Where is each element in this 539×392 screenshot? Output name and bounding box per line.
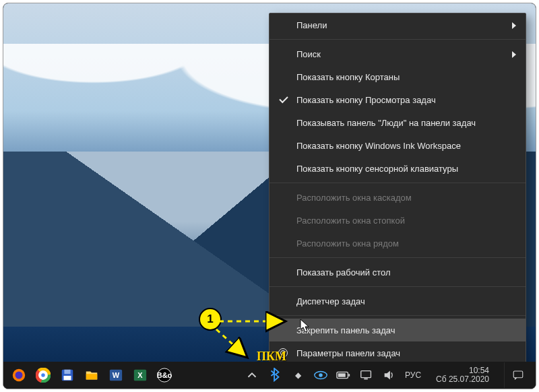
word-icon[interactable]: W [108, 368, 123, 383]
network-icon[interactable] [359, 368, 374, 383]
svg-point-3 [15, 372, 23, 379]
bang-olufsen-icon[interactable]: B&o [157, 368, 172, 383]
svg-rect-21 [361, 371, 371, 378]
menu-item-label: Показывать панель "Люди" на панели задач [296, 118, 476, 128]
menu-separator [270, 286, 526, 287]
svg-rect-10 [64, 370, 70, 374]
menu-item-label: Показать кнопку Просмотра задач [296, 95, 436, 105]
svg-point-17 [319, 373, 323, 377]
excel-icon[interactable]: X [133, 368, 148, 383]
menu-separator [270, 257, 526, 258]
svg-rect-20 [338, 373, 346, 377]
save-disk-icon[interactable] [60, 368, 75, 383]
svg-rect-12 [86, 374, 98, 379]
menu-item-label: Закрепить панель задач [296, 325, 395, 335]
menu-item-label: Поиск [296, 49, 321, 59]
taskbar-icon-letter: B&o [157, 371, 172, 379]
annotation-arrow-right [219, 317, 293, 326]
battery-icon[interactable] [336, 368, 351, 383]
svg-point-8 [40, 372, 45, 377]
app-tray-icon[interactable]: ◆ [290, 368, 305, 383]
menu-item[interactable]: Показывать панель "Люди" на панели задач [270, 111, 526, 134]
menu-item-label: Расположить окна рядом [296, 238, 399, 249]
menu-item[interactable]: Показать кнопку Просмотра задач [270, 88, 526, 111]
menu-item[interactable]: Панели [270, 13, 526, 36]
taskbar-context-menu: ПанелиПоискПоказать кнопку КортаныПоказа… [269, 13, 526, 365]
svg-rect-11 [64, 376, 71, 380]
menu-separator [270, 315, 526, 316]
menu-separator [270, 39, 526, 40]
menu-item-label: Показать рабочий стол [296, 267, 390, 277]
menu-item-label: Расположить окна стопкой [296, 216, 405, 226]
chrome-icon[interactable] [36, 368, 51, 383]
menu-item-label: Показать кнопку Кортаны [296, 72, 400, 82]
menu-item: Расположить окна каскадом [270, 186, 526, 209]
volume-icon[interactable] [382, 368, 397, 383]
menu-item-label: Панели [296, 20, 327, 30]
svg-rect-23 [513, 371, 523, 378]
taskbar-icon-letter: W [113, 371, 119, 379]
menu-item[interactable]: Параметры панели задач [270, 341, 526, 364]
menu-item[interactable]: Показать кнопку Windows Ink Workspace [270, 134, 526, 157]
menu-item[interactable]: Показать кнопку Кортаны [270, 65, 526, 88]
svg-rect-22 [364, 379, 368, 380]
mouse-cursor-icon [300, 319, 311, 333]
firefox-icon[interactable] [11, 368, 26, 383]
menu-item-label: Параметры панели задач [296, 348, 400, 358]
svg-rect-19 [348, 374, 350, 377]
action-center-button[interactable] [504, 362, 532, 388]
menu-item-label: Расположить окна каскадом [296, 193, 412, 203]
menu-item-label: Показать кнопку Windows Ink Workspace [296, 141, 461, 151]
chevron-up-icon[interactable] [245, 368, 259, 383]
menu-item-label: Диспетчер задач [296, 296, 365, 306]
taskbar-clock[interactable]: 10:54Сб 25.07.2020 [436, 366, 489, 384]
eye-icon[interactable] [313, 368, 328, 383]
file-explorer-icon[interactable] [84, 368, 99, 383]
clock-date: Сб 25.07.2020 [436, 375, 489, 384]
menu-separator [270, 183, 526, 183]
language-indicator[interactable]: РУС [405, 370, 421, 380]
menu-item[interactable]: Поиск [270, 42, 526, 65]
menu-item[interactable]: Показать рабочий стол [270, 261, 526, 284]
menu-item[interactable]: Показать кнопку сенсорной клавиатуры [270, 157, 526, 180]
taskbar-icon-letter: X [137, 371, 142, 379]
annotation-step-number: 1 [207, 313, 213, 326]
svg-line-1 [216, 329, 246, 356]
menu-item: Расположить окна рядом [270, 232, 526, 255]
menu-item: Расположить окна стопкой [270, 209, 526, 232]
annotation-arrow-down [214, 327, 254, 362]
taskbar[interactable]: WXB&o ◆РУС10:54Сб 25.07.2020 [3, 362, 536, 389]
menu-item-label: Показать кнопку сенсорной клавиатуры [296, 164, 458, 174]
bluetooth-icon[interactable] [267, 368, 282, 383]
menu-item[interactable]: Диспетчер задач [270, 290, 526, 313]
